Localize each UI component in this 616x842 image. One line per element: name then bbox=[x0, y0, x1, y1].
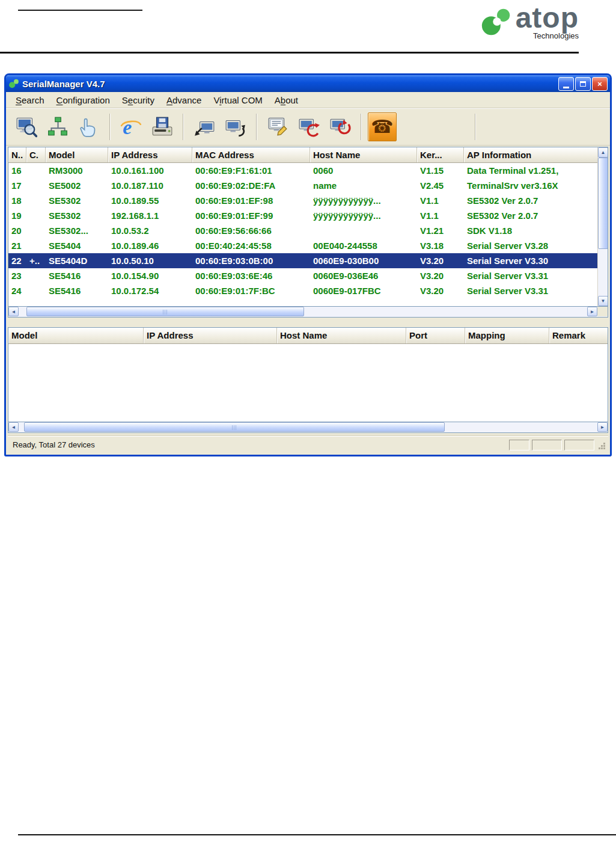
horizontal-scrollbar-thumb[interactable] bbox=[24, 422, 445, 432]
column-header-host-name[interactable]: Host Name bbox=[277, 328, 406, 343]
column-header-mapping[interactable]: Mapping bbox=[465, 328, 549, 343]
cell: Serial Server V3.28 bbox=[464, 238, 597, 253]
column-header-ip-address[interactable]: IP Address bbox=[144, 328, 277, 343]
menu-configuration[interactable]: Configuration bbox=[50, 93, 116, 107]
column-header-model[interactable]: Model bbox=[46, 147, 108, 162]
column-header-c[interactable]: C. bbox=[26, 147, 46, 162]
resize-grip[interactable] bbox=[597, 440, 606, 450]
save-firmware-button[interactable] bbox=[148, 112, 177, 141]
cell: Serial Server V3.30 bbox=[464, 253, 597, 268]
export-setting-button[interactable] bbox=[221, 112, 250, 141]
search-network-button[interactable] bbox=[43, 112, 72, 141]
cell bbox=[26, 223, 46, 238]
cell: 22 bbox=[8, 253, 26, 268]
menu-security[interactable]: Security bbox=[116, 93, 160, 107]
reboot-button[interactable] bbox=[326, 112, 355, 141]
scroll-right-button[interactable]: ► bbox=[597, 422, 608, 432]
web-console-button[interactable]: e bbox=[117, 112, 145, 141]
cell: SE5302... bbox=[46, 223, 108, 238]
svg-text:e: e bbox=[123, 116, 132, 138]
cell bbox=[26, 283, 46, 298]
status-panel bbox=[564, 440, 594, 450]
cell: 10.0.187.110 bbox=[108, 178, 192, 193]
splitter[interactable] bbox=[8, 318, 608, 327]
close-button[interactable]: × bbox=[592, 77, 608, 91]
vertical-scrollbar-thumb[interactable] bbox=[598, 158, 608, 249]
cell: 0060E9-017FBC bbox=[310, 283, 417, 298]
cell: SE5302 bbox=[46, 208, 108, 223]
device-list-vertical-scrollbar[interactable]: ▲ ▼ bbox=[597, 147, 608, 306]
minimize-icon bbox=[563, 87, 569, 88]
import-setting-button[interactable] bbox=[190, 112, 219, 141]
logo-subtext: Technologies bbox=[533, 31, 579, 40]
cell: 00:60:E9:03:6E:46 bbox=[192, 268, 310, 283]
app-icon bbox=[8, 78, 19, 89]
column-header-host-name[interactable]: Host Name bbox=[310, 147, 417, 162]
horizontal-scrollbar-thumb[interactable] bbox=[26, 307, 304, 316]
cell: 00:60:E9:02:DE:FA bbox=[192, 178, 310, 193]
cell: ÿÿÿÿÿÿÿÿÿÿÿÿ... bbox=[310, 193, 417, 208]
atop-logo-icon bbox=[480, 2, 514, 40]
mapping-list-horizontal-scrollbar[interactable]: ◄ ► bbox=[8, 422, 608, 433]
cell: 0060 bbox=[310, 163, 417, 178]
cell: 00:60:E9:01:EF:98 bbox=[192, 193, 310, 208]
status-panels bbox=[509, 440, 606, 450]
scroll-up-button[interactable]: ▲ bbox=[598, 147, 608, 158]
cell: Data Terminal v1.251, bbox=[464, 163, 597, 178]
mapping-list: ModelIP AddressHost NamePortMappingRemar… bbox=[8, 327, 608, 422]
column-header-ap-information[interactable]: AP Information bbox=[464, 147, 599, 162]
device-row-24[interactable]: 24SE541610.0.172.5400:60:E9:01:7F:BC0060… bbox=[8, 283, 597, 298]
cell: 10.0.154.90 bbox=[108, 268, 192, 283]
column-header-ip-address[interactable]: IP Address bbox=[108, 147, 192, 162]
serialmanager-window: SerialManager V4.7 × SearchConfiguration… bbox=[4, 73, 612, 456]
device-list-body: 16RM300010.0.161.10000:60:E9:F1:61:01006… bbox=[8, 163, 597, 306]
search-device-button[interactable] bbox=[12, 112, 41, 141]
titlebar[interactable]: SerialManager V4.7 × bbox=[6, 75, 610, 92]
column-header-ker[interactable]: Ker... bbox=[417, 147, 464, 162]
cell: SE5302 Ver 2.0.7 bbox=[464, 193, 597, 208]
column-header-remark[interactable]: Remark bbox=[549, 328, 608, 343]
device-row-20[interactable]: 20SE5302...10.0.53.200:60:E9:56:66:66V1.… bbox=[8, 223, 597, 238]
locate-button[interactable] bbox=[75, 112, 103, 141]
cell: 00:60:E9:F1:61:01 bbox=[192, 163, 310, 178]
maximize-icon bbox=[580, 81, 586, 87]
device-list-horizontal-scrollbar[interactable]: ◄ ► bbox=[8, 307, 608, 318]
maximize-button[interactable] bbox=[575, 77, 591, 91]
menu-virtual-com[interactable]: Virtual COM bbox=[207, 93, 268, 107]
scroll-right-button[interactable]: ► bbox=[587, 307, 597, 316]
cell: 10.0.50.10 bbox=[108, 253, 192, 268]
column-header-port[interactable]: Port bbox=[406, 328, 465, 343]
column-header-n[interactable]: N.. bbox=[8, 147, 26, 162]
scroll-down-button[interactable]: ▼ bbox=[598, 296, 608, 306]
arrow-up-icon: ▲ bbox=[601, 150, 606, 155]
cell: ÿÿÿÿÿÿÿÿÿÿÿÿ... bbox=[310, 208, 417, 223]
status-bar: Ready, Total 27 devices bbox=[8, 436, 608, 453]
device-row-18[interactable]: 18SE530210.0.189.5500:60:E9:01:EF:98ÿÿÿÿ… bbox=[8, 193, 597, 208]
cell bbox=[310, 223, 417, 238]
device-row-21[interactable]: 21SE540410.0.189.4600:E0:40:24:45:5800E0… bbox=[8, 238, 597, 253]
column-header-mac-address[interactable]: MAC Address bbox=[192, 147, 310, 162]
menu-search[interactable]: Search bbox=[10, 93, 50, 107]
cell: V1.1 bbox=[417, 193, 464, 208]
arrow-left-icon: ◄ bbox=[11, 309, 16, 315]
scroll-left-button[interactable]: ◄ bbox=[8, 307, 19, 316]
minimize-button[interactable] bbox=[558, 77, 574, 91]
device-row-17[interactable]: 17SE500210.0.187.11000:60:E9:02:DE:FAnam… bbox=[8, 178, 597, 193]
cell: 00:60:E9:01:EF:99 bbox=[192, 208, 310, 223]
device-row-23[interactable]: 23SE541610.0.154.9000:60:E9:03:6E:460060… bbox=[8, 268, 597, 283]
menu-about[interactable]: About bbox=[269, 93, 304, 107]
device-row-16[interactable]: 16RM300010.0.161.10000:60:E9:F1:61:01006… bbox=[8, 163, 597, 178]
column-header-model[interactable]: Model bbox=[8, 328, 144, 343]
cell: SE5302 bbox=[46, 193, 108, 208]
footer-rule bbox=[18, 834, 616, 835]
device-row-19[interactable]: 19SE5302192.168.1.100:60:E9:01:EF:99ÿÿÿÿ… bbox=[8, 208, 597, 223]
upgrade-button[interactable] bbox=[294, 112, 323, 141]
cell: 10.0.53.2 bbox=[108, 223, 192, 238]
alert-button[interactable]: ☎ bbox=[368, 112, 397, 141]
configure-button[interactable] bbox=[263, 112, 292, 141]
cell bbox=[26, 163, 46, 178]
export-setting-icon bbox=[225, 116, 246, 138]
scroll-left-button[interactable]: ◄ bbox=[8, 422, 19, 432]
menu-advance[interactable]: Advance bbox=[160, 93, 207, 107]
device-row-22[interactable]: 22+..SE5404D10.0.50.1000:60:E9:03:0B:000… bbox=[8, 253, 597, 268]
